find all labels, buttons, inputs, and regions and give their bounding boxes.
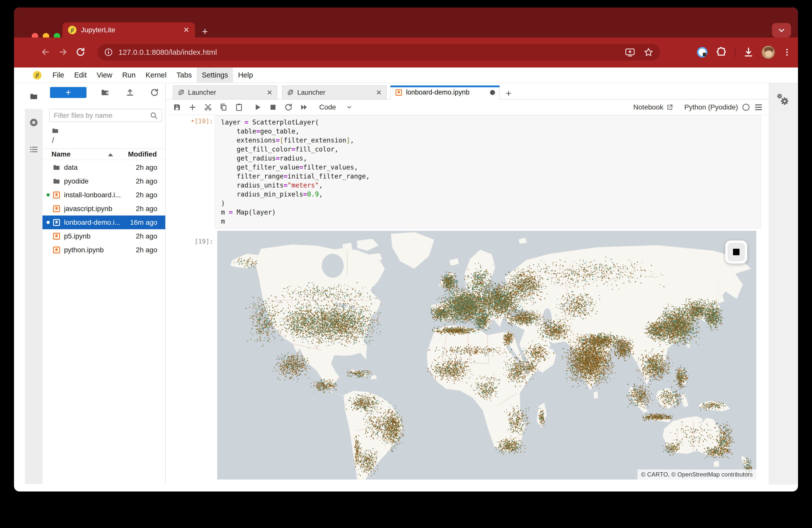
- tab-search-button[interactable]: [772, 23, 791, 38]
- dock-panel: Launcher ✕ Launcher ✕ lonboard-demo.ipyn…: [166, 83, 768, 484]
- chevron-down-icon: [778, 27, 785, 34]
- back-button[interactable]: [38, 44, 53, 59]
- filter-placeholder: Filter files by name: [54, 112, 150, 119]
- cut-cell-icon[interactable]: [204, 103, 212, 112]
- menu-tabs[interactable]: Tabs: [172, 68, 197, 83]
- chevron-down-icon[interactable]: [346, 104, 352, 111]
- close-tab-icon[interactable]: ✕: [376, 88, 382, 97]
- property-inspector-gears-icon[interactable]: [775, 93, 790, 108]
- downloads-icon[interactable]: [743, 47, 754, 58]
- menu-file[interactable]: File: [47, 68, 69, 83]
- tab-lonboard-demo[interactable]: lonboard-demo.ipynb: [390, 86, 500, 100]
- file-modified: 2h ago: [136, 232, 157, 240]
- extensions-puzzle-icon[interactable]: [716, 46, 727, 58]
- file-row-data[interactable]: data2h ago: [43, 161, 165, 174]
- file-row-install-lonboard-i-[interactable]: install-lonboard.i...2h ago: [43, 188, 165, 202]
- search-icon: [150, 112, 158, 119]
- add-cell-icon[interactable]: [188, 103, 197, 112]
- activity-strip: [25, 109, 43, 484]
- new-launcher-button[interactable]: +: [50, 87, 87, 98]
- forward-button[interactable]: [56, 44, 71, 59]
- osm-link[interactable]: © OpenStreetMap: [671, 471, 720, 478]
- external-link-icon[interactable]: [666, 104, 673, 111]
- file-browser-icon[interactable]: [29, 92, 38, 101]
- reload-button[interactable]: [73, 44, 88, 59]
- menu-help[interactable]: Help: [233, 68, 258, 83]
- file-name: python.ipynb: [64, 246, 136, 254]
- menu-view[interactable]: View: [92, 68, 117, 83]
- new-tab-button[interactable]: +: [202, 26, 208, 37]
- filter-files-input[interactable]: Filter files by name: [49, 109, 162, 122]
- file-name: pyodide: [64, 177, 136, 185]
- kernel-status-icon[interactable]: [742, 104, 750, 111]
- map-output[interactable]: © CARTO, © OpenStreetMap contributors: [217, 231, 756, 480]
- cast-icon[interactable]: [625, 47, 635, 57]
- column-name[interactable]: Name: [52, 150, 71, 158]
- code-editor[interactable]: layer = ScatterplotLayer( table=geo_tabl…: [215, 116, 761, 229]
- map-button-inner: [727, 243, 745, 261]
- file-list-header[interactable]: Name Modified: [43, 148, 165, 160]
- close-tab-icon[interactable]: ✕: [183, 26, 189, 34]
- menu-run[interactable]: Run: [117, 68, 141, 83]
- tab-launcher-2[interactable]: Launcher ✕: [282, 86, 387, 100]
- upload-icon[interactable]: [126, 88, 134, 97]
- table-of-contents-icon[interactable]: [29, 145, 38, 154]
- scatterplot-layer: [217, 231, 756, 480]
- notebook-icon: [53, 219, 60, 226]
- toolbar-menu-icon[interactable]: [754, 104, 763, 111]
- file-row-javascript-ipynb[interactable]: javascript.ipynb2h ago: [43, 202, 165, 216]
- code-line-4: get_radius=radius,: [221, 154, 760, 163]
- add-tab-button[interactable]: +: [506, 88, 511, 99]
- stop-kernel-icon[interactable]: [269, 103, 277, 112]
- refresh-icon[interactable]: [150, 88, 159, 97]
- browser-menu-icon[interactable]: [783, 48, 792, 57]
- menu-settings[interactable]: Settings: [197, 68, 233, 83]
- notebook-scroll-area[interactable]: •[19]: layer = ScatterplotLayer( table=g…: [166, 115, 768, 484]
- menu-edit[interactable]: Edit: [69, 68, 92, 83]
- file-modified: 2h ago: [136, 205, 157, 213]
- breadcrumb-root[interactable]: /: [52, 136, 54, 145]
- file-name: install-lonboard.i...: [64, 191, 136, 199]
- new-folder-icon[interactable]: [101, 88, 110, 97]
- paste-cell-icon[interactable]: [235, 103, 243, 112]
- file-row-lonboard-demo-i-[interactable]: lonboard-demo.i...16m ago: [43, 216, 165, 229]
- cell-type-dropdown[interactable]: Code: [319, 103, 336, 111]
- folder-icon: [53, 163, 60, 172]
- site-info-icon[interactable]: [104, 48, 113, 57]
- tab-launcher-1[interactable]: Launcher ✕: [173, 86, 277, 100]
- carto-link[interactable]: © CARTO,: [641, 471, 671, 478]
- profile-avatar[interactable]: [762, 45, 775, 59]
- menu-kernel[interactable]: Kernel: [141, 68, 172, 83]
- bookmark-star-icon[interactable]: [643, 47, 653, 57]
- jupyterlite-logo: jl: [33, 71, 42, 79]
- code-line-6: filter_range=initial_filter_range,: [221, 172, 760, 181]
- output-prompt: [19]:: [166, 238, 213, 245]
- run-cell-icon[interactable]: [253, 103, 262, 112]
- breadcrumb-home-icon[interactable]: [52, 127, 59, 134]
- file-name: data: [64, 163, 136, 172]
- launcher-icon: [177, 89, 185, 96]
- restart-run-all-icon[interactable]: [300, 103, 308, 112]
- kernel-name-label[interactable]: Python (Pyodide): [684, 103, 738, 111]
- restart-kernel-icon[interactable]: [284, 103, 293, 112]
- map-fullscreen-button[interactable]: [725, 240, 747, 264]
- file-row-p5-ipynb[interactable]: p5.ipynb2h ago: [43, 229, 165, 243]
- notebook-icon: [53, 246, 60, 254]
- close-tab-icon[interactable]: ✕: [267, 88, 273, 97]
- column-modified[interactable]: Modified: [128, 150, 157, 158]
- url-bar[interactable]: 127.0.0.1:8080/lab/index.html: [98, 44, 660, 60]
- copy-cell-icon[interactable]: [219, 103, 228, 112]
- code-line-10: m = Map(layer): [221, 208, 760, 217]
- browser-tab[interactable]: jl JupyterLite ✕: [62, 23, 195, 38]
- file-name: p5.ipynb: [64, 232, 136, 240]
- save-icon[interactable]: [173, 103, 181, 112]
- notebook-mode-label[interactable]: Notebook: [633, 103, 663, 111]
- password-manager-icon[interactable]: [696, 46, 708, 58]
- file-row-pyodide[interactable]: pyodide2h ago: [43, 174, 165, 188]
- file-row-python-ipynb[interactable]: python.ipynb2h ago: [43, 243, 165, 257]
- running-kernels-icon[interactable]: [29, 118, 38, 127]
- code-line-2: extensions=[filter_extension],: [221, 136, 760, 145]
- url-text: 127.0.0.1:8080/lab/index.html: [118, 48, 625, 57]
- file-modified: 2h ago: [136, 191, 157, 199]
- browser-tab-title: JupyterLite: [81, 26, 181, 34]
